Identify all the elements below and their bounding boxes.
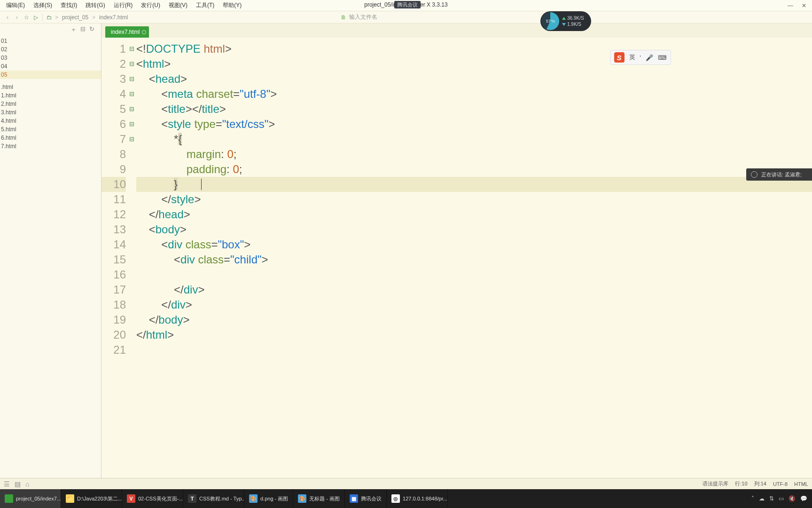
run-icon[interactable]: ▷ [31,14,40,21]
taskbar-item[interactable]: ▦腾讯会议 [345,489,387,508]
taskbar: project_05/index7...📁D:\Java2203\第二...V0… [0,489,812,508]
status-lang[interactable]: HTML [794,481,808,487]
breadcrumb[interactable]: >project_05 >index7.html [54,14,129,21]
menubar: project_05/inde...腾讯会议Builder X 3.3.13 编… [0,0,812,11]
keyboard-icon[interactable]: ⌨ [658,54,667,61]
taskbar-item[interactable]: 📁D:\Java2203\第二... [61,489,122,508]
refresh-icon[interactable]: ↻ [89,25,94,34]
menu-item[interactable]: 帮助(Y) [219,1,246,9]
speaking-overlay: 正在讲话: 孟淑君; [746,168,812,181]
net-up: 36.9K/S [562,16,584,21]
close-icon[interactable]: ✕ [802,2,806,9]
collapse-icon[interactable]: ⊟ [80,25,86,34]
mic-icon[interactable]: 🎤 [646,54,653,61]
taskbar-item[interactable]: ◎127.0.0.1:8848/pr... [387,489,448,508]
sidebar-item[interactable]: 2.html [0,100,101,108]
problems-icon[interactable]: ⌂ [25,480,29,488]
sidebar-item[interactable]: 3.html [0,108,101,117]
ime-sep: ' [640,54,641,61]
status-enc[interactable]: UTF-8 [773,481,788,487]
perf-widget[interactable]: 57% 36.9K/S 1.9K/S [540,11,591,31]
sidebar-item[interactable]: 6.html [0,134,101,142]
tray-battery-icon[interactable]: ▭ [779,495,784,502]
taskbar-item[interactable]: project_05/index7... [0,489,61,508]
minimize-icon[interactable]: — [788,2,793,9]
speaking-label: 正在讲话: 孟淑君; [761,171,802,178]
tray-volume-icon[interactable]: 🔇 [789,495,796,502]
sidebar-item[interactable]: 01 [0,37,101,45]
taskbar-item[interactable]: V02-CSS美化页面-... [122,489,183,508]
tray-chevron-icon[interactable]: ˄ [751,495,754,502]
folder-icon[interactable]: 🗀 [45,14,54,21]
sidebar-item[interactable]: 5.html [0,125,101,134]
tray-wifi-icon[interactable]: ⇅ [769,495,774,502]
star-icon[interactable]: ☆ [22,14,31,21]
ime-bar[interactable]: S 英 ' 🎤 ⌨ [610,50,671,65]
status-line[interactable]: 行:10 [735,480,747,487]
statusbar: ☰ ▤ ⌂ 语法提示库 行:10 列:14 UTF-8 HTML [0,478,812,489]
sidebar-item[interactable]: 1.html [0,91,101,100]
sogou-icon: S [614,52,625,63]
sidebar-item[interactable]: .html [0,83,101,91]
outline-icon[interactable]: ☰ [4,480,10,488]
quick-open-placeholder: 输入文件名 [349,13,471,21]
menu-item[interactable]: 发行(U) [137,1,164,9]
status-col[interactable]: 列:14 [754,480,766,487]
tray-cloud-icon[interactable]: ☁ [759,495,765,502]
sidebar-item[interactable]: 4.html [0,117,101,125]
code-editor[interactable]: 123456789101112131415161718192021 ⊟⊟⊟⊟⊟⊟… [102,38,812,478]
tabbar: index7.html [102,24,812,38]
menu-item[interactable]: 查找(I) [56,1,81,9]
mic-icon [751,171,757,178]
sidebar-item[interactable]: 7.html [0,142,101,151]
status-hint[interactable]: 语法提示库 [703,480,728,487]
taskbar-item[interactable]: 🎨d.png - 画图 [244,489,293,508]
taskbar-item[interactable]: TCSS教程.md - Typ... [183,489,244,508]
sidebar-item[interactable]: 03 [0,54,101,62]
sidebar-item[interactable]: 02 [0,45,101,54]
sidebar-item[interactable]: 04 [0,62,101,71]
quick-open[interactable]: 🗎 输入文件名 [341,13,471,21]
cpu-ring: 57% [541,12,559,30]
system-tray[interactable]: ˄ ☁ ⇅ ▭ 🔇 💬 [747,495,812,502]
back-icon[interactable]: ‹ [3,14,12,21]
menu-item[interactable]: 运行(R) [109,1,137,9]
menu-item[interactable]: 工具(T) [192,1,219,9]
tray-notif-icon[interactable]: 💬 [800,495,807,502]
tab-active[interactable]: index7.html [105,26,149,38]
toolbar: ‹ › ☆ ▷ 🗀 >project_05 >index7.html 🗎 输入文… [0,11,812,24]
sidebar: ＋ ⊟ ↻ 0102030405 .html1.html2.html3.html… [0,24,102,478]
forward-icon[interactable]: › [12,14,22,21]
new-file-icon: 🗎 [341,14,346,21]
taskbar-item[interactable]: 🎨无标题 - 画图 [293,489,345,508]
terminal-icon[interactable]: ▤ [15,480,21,488]
ime-lang: 英 [629,53,635,62]
menu-item[interactable]: 编辑(E) [2,1,29,9]
menu-item[interactable]: 选择(S) [29,1,56,9]
menu-item[interactable]: 跳转(G) [81,1,109,9]
sidebar-item[interactable]: 05 [0,71,101,79]
net-down: 1.9K/S [562,22,584,27]
add-icon[interactable]: ＋ [70,25,77,34]
menu-item[interactable]: 视图(V) [164,1,192,9]
